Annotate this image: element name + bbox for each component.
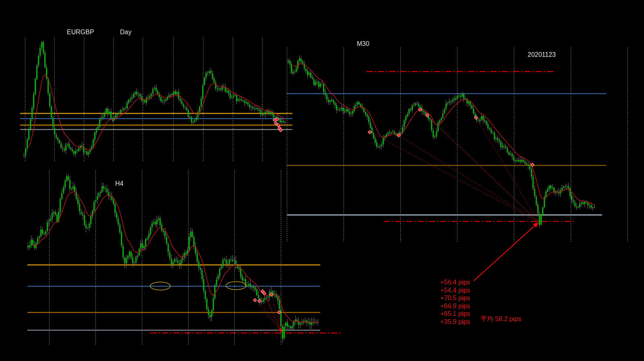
pips-line: +56.4 pips bbox=[440, 278, 470, 286]
pips-line: +66.9 pips bbox=[440, 302, 470, 310]
pips-line: +65.1 pips bbox=[440, 310, 470, 318]
pips-line: +35.9 pips bbox=[440, 318, 470, 326]
timeframe-m30-label: M30 bbox=[357, 40, 369, 47]
timeframe-h4-label: H4 bbox=[115, 180, 123, 187]
pips-line: +54.4 pips bbox=[440, 286, 470, 295]
timeframe-day-label: Day bbox=[120, 29, 131, 35]
average-pips-label: 平均 58.2 pips bbox=[480, 315, 521, 324]
symbol-label: EURGBP bbox=[67, 29, 94, 35]
date-label: 20201123 bbox=[528, 51, 556, 58]
pips-line: +70.5 pips bbox=[440, 294, 470, 302]
pips-annotation: +56.4 pips +54.4 pips +70.5 pips +66.9 p… bbox=[440, 278, 470, 326]
chart-workspace: EURGBP Day M30 20201123 H4 +56.4 pips +5… bbox=[0, 0, 644, 361]
